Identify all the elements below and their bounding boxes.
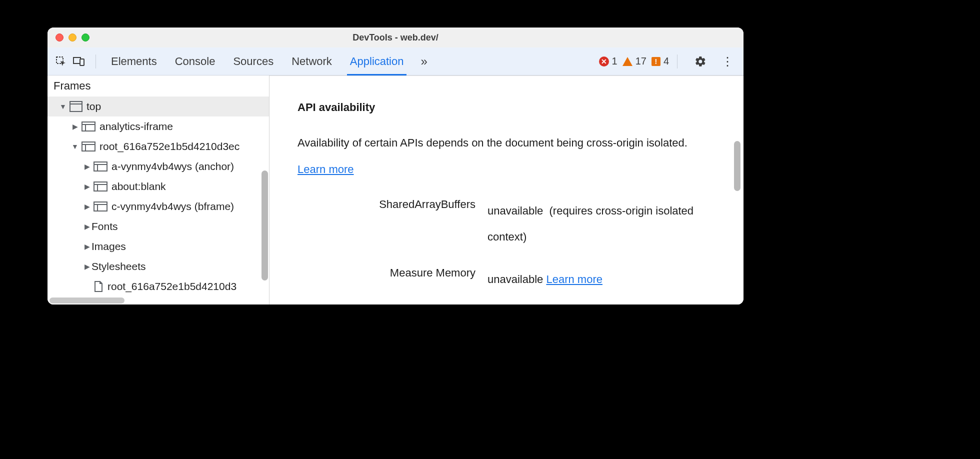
close-button[interactable] (56, 34, 64, 42)
divider (677, 54, 678, 68)
error-icon: ✕ (599, 56, 609, 66)
disclosure-icon: ▶ (84, 222, 90, 230)
tree-item-label: root_616a752e1b5d4210d3ec (100, 140, 240, 152)
svg-rect-8 (82, 142, 95, 151)
titlebar: DevTools - web.dev/ (48, 28, 744, 48)
window-icon (70, 101, 82, 112)
tree-item-doc[interactable]: root_616a752e1b5d4210d3 (48, 276, 269, 296)
disclosure-icon: ▶ (84, 202, 90, 210)
tab-sources[interactable]: Sources (233, 48, 274, 75)
svg-rect-11 (94, 162, 107, 171)
document-icon (94, 281, 104, 292)
tree-item-cvy[interactable]: ▶c-vynmy4vb4wys (bframe) (48, 196, 269, 216)
tree-item-top[interactable]: ▼top (48, 96, 269, 116)
main-split: Frames ▼top▶analytics-iframe▼root_616a75… (48, 76, 744, 304)
frame-icon (82, 122, 96, 132)
tree-item-label: Images (92, 240, 126, 252)
tree-item-ana[interactable]: ▶analytics-iframe (48, 116, 269, 136)
tab-elements[interactable]: Elements (111, 48, 157, 75)
tree-item-label: a-vynmy4vb4wys (anchor) (112, 160, 234, 172)
warnings-count: 17 (636, 56, 646, 67)
devtools-window: DevTools - web.dev/ Elements Console Sou… (48, 28, 744, 304)
frames-tree: ▼top▶analytics-iframe▼root_616a752e1b5d4… (48, 96, 269, 296)
tree-item-images[interactable]: ▶Images (48, 236, 269, 256)
learn-more-link[interactable]: Learn more (298, 163, 354, 176)
sidebar-hscrollbar[interactable] (48, 296, 269, 304)
frame-icon (94, 202, 108, 212)
svg-rect-1 (74, 58, 80, 64)
toolbar: Elements Console Sources Network Applica… (48, 48, 744, 76)
tab-network[interactable]: Network (292, 48, 332, 75)
disclosure-icon: ▼ (60, 102, 66, 110)
desc-text: Availability of certain APIs depends on … (298, 136, 688, 149)
window-title: DevTools - web.dev/ (48, 32, 744, 43)
frame-icon (94, 162, 108, 172)
device-icon[interactable] (72, 55, 86, 68)
settings-icon[interactable] (694, 56, 706, 68)
api-value: unavailable Learn more (488, 266, 724, 293)
tree-item-fonts[interactable]: ▶Fonts (48, 216, 269, 236)
minimize-button[interactable] (68, 34, 76, 42)
tree-item-label: about:blank (112, 180, 166, 192)
api-availability-table: SharedArrayBuffersunavailable (requires … (298, 198, 724, 293)
api-row: Measure Memoryunavailable Learn more (298, 266, 724, 293)
tree-item-root[interactable]: ▼root_616a752e1b5d4210d3ec (48, 136, 269, 156)
warnings-counter[interactable]: 17 (622, 56, 646, 67)
content-scrollbar[interactable] (734, 141, 740, 191)
traffic-lights (48, 34, 90, 42)
disclosure-icon: ▶ (72, 122, 78, 130)
learn-more-link[interactable]: Learn more (546, 273, 602, 286)
kebab-menu-icon[interactable]: ⋮ (722, 54, 734, 68)
disclosure-icon: ▶ (84, 162, 90, 170)
sidebar-header: Frames (48, 76, 269, 96)
svg-rect-5 (82, 122, 95, 131)
sidebar-scrollbar[interactable] (262, 170, 268, 280)
more-tabs-icon[interactable]: » (420, 54, 427, 68)
section-description: Availability of certain APIs depends on … (298, 130, 708, 183)
disclosure-icon: ▶ (84, 242, 90, 250)
api-label: Measure Memory (298, 266, 488, 280)
tab-application[interactable]: Application (350, 48, 404, 75)
tree-item-label: Fonts (92, 220, 118, 232)
panel-tabs: Elements Console Sources Network Applica… (104, 48, 404, 75)
frame-icon (82, 142, 96, 152)
errors-count: 1 (612, 56, 618, 67)
issues-count: 4 (664, 56, 669, 67)
tree-item-blank[interactable]: ▶about:blank (48, 176, 269, 196)
svg-rect-3 (70, 102, 82, 112)
disclosure-icon: ▼ (72, 142, 78, 150)
svg-rect-17 (94, 202, 107, 211)
issues-counter[interactable]: ! 4 (652, 56, 669, 67)
api-value: unavailable (requires cross-origin isola… (488, 198, 724, 251)
status-counters: ✕ 1 17 ! 4 (599, 56, 670, 67)
tree-item-label: top (86, 100, 101, 112)
tree-item-styles[interactable]: ▶Stylesheets (48, 256, 269, 276)
issue-icon: ! (652, 57, 660, 66)
disclosure-icon: ▶ (84, 262, 90, 270)
svg-rect-2 (80, 59, 84, 66)
errors-counter[interactable]: ✕ 1 (599, 56, 618, 67)
disclosure-icon: ▶ (84, 182, 90, 190)
tree-item-label: c-vynmy4vb4wys (bframe) (112, 200, 234, 212)
divider (96, 54, 96, 68)
api-row: SharedArrayBuffersunavailable (requires … (298, 198, 724, 251)
section-heading: API availability (298, 101, 724, 114)
inspect-icon[interactable] (54, 55, 68, 68)
tree-item-avy[interactable]: ▶a-vynmy4vb4wys (anchor) (48, 156, 269, 176)
warning-icon (622, 57, 632, 66)
tree-item-label: analytics-iframe (100, 120, 173, 132)
frame-icon (94, 182, 108, 192)
frames-sidebar: Frames ▼top▶analytics-iframe▼root_616a75… (48, 76, 270, 304)
tab-console[interactable]: Console (175, 48, 216, 75)
maximize-button[interactable] (82, 34, 90, 42)
tree-item-label: root_616a752e1b5d4210d3 (108, 280, 236, 292)
tree-item-label: Stylesheets (92, 260, 146, 272)
svg-rect-14 (94, 182, 107, 191)
api-label: SharedArrayBuffers (298, 198, 488, 211)
content-pane: API availability Availability of certain… (270, 76, 744, 304)
